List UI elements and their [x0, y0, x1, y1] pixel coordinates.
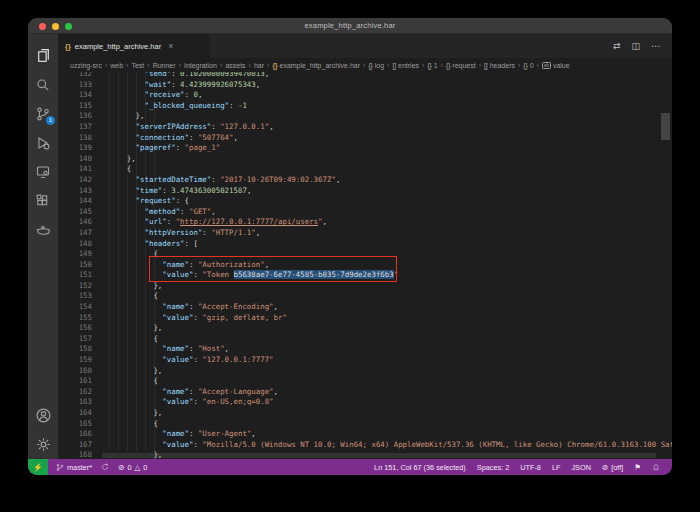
breadcrumb-item-uzzing-src[interactable]: uzzing-src — [70, 62, 102, 69]
code-line[interactable]: 165 { — [58, 419, 672, 430]
encoding-status[interactable]: UTF-8 — [520, 463, 541, 472]
close-window-button[interactable] — [39, 23, 46, 30]
line-number[interactable]: 145 — [58, 207, 92, 218]
code-line[interactable]: 156 }, — [58, 323, 672, 334]
code-line[interactable]: 166 "name": "User-Agent", — [58, 429, 672, 440]
activitybar-extensions-icon[interactable] — [31, 186, 55, 215]
line-number[interactable]: 138 — [58, 133, 92, 144]
minimize-window-button[interactable] — [52, 23, 59, 30]
cursor-position-status[interactable]: Ln 151, Col 67 (36 selected) — [374, 463, 466, 472]
line-number[interactable]: 153 — [58, 291, 92, 302]
line-number[interactable]: 137 — [58, 122, 92, 133]
code-line[interactable]: 153 { — [58, 291, 672, 302]
activitybar-remote-explorer-icon[interactable] — [31, 157, 55, 186]
line-number[interactable]: 150 — [58, 260, 92, 271]
code-line[interactable]: 140 }, — [58, 154, 672, 165]
line-number[interactable]: 165 — [58, 419, 92, 430]
language-mode-status[interactable]: JSON — [571, 463, 590, 472]
line-number[interactable]: 163 — [58, 397, 92, 408]
code-line[interactable]: 132 "send": 0.10200000939470013, — [58, 72, 672, 80]
breadcrumb-item-test[interactable]: Test — [131, 62, 144, 69]
code-line[interactable]: 145 "method": "GET", — [58, 207, 672, 218]
feedback-button[interactable]: ⚑ — [634, 463, 641, 472]
line-number[interactable]: 147 — [58, 228, 92, 239]
remote-indicator[interactable]: ⚡ — [28, 459, 48, 475]
open-changes-icon[interactable]: ⇄ — [613, 42, 621, 51]
breadcrumb-item-integration[interactable]: Integration — [184, 62, 217, 69]
code-line[interactable]: 161 { — [58, 376, 672, 387]
breadcrumb-item-web[interactable]: web — [110, 62, 123, 69]
code-line[interactable]: 150 "name": "Authorization", — [58, 260, 672, 271]
line-number[interactable]: 162 — [58, 387, 92, 398]
line-number[interactable]: 132 — [58, 72, 92, 80]
code-line[interactable]: 141 { — [58, 164, 672, 175]
line-number[interactable]: 133 — [58, 80, 92, 91]
line-number[interactable]: 167 — [58, 440, 92, 451]
activitybar-search-icon[interactable] — [31, 70, 55, 99]
code-line[interactable]: 142 "startedDateTime": "2017-10-26T09:49… — [58, 175, 672, 186]
code-line[interactable]: 143 "time": 3.474363005021587, — [58, 186, 672, 197]
eol-status[interactable]: LF — [552, 463, 561, 472]
sync-changes-button[interactable] — [101, 463, 109, 471]
line-number[interactable]: 148 — [58, 239, 92, 250]
line-number[interactable]: 168 — [58, 450, 92, 459]
horizontal-scrollbar[interactable] — [102, 453, 656, 458]
line-number[interactable]: 144 — [58, 196, 92, 207]
code-line[interactable]: 167 "value": "Mozilla/5.0 (Windows NT 10… — [58, 440, 672, 451]
line-number[interactable]: 157 — [58, 334, 92, 345]
line-number[interactable]: 135 — [58, 101, 92, 112]
code-line[interactable]: 136 }, — [58, 111, 672, 122]
line-number[interactable]: 139 — [58, 143, 92, 154]
tab-example-http-archive[interactable]: {} example_http_archive.har × — [58, 34, 210, 58]
breadcrumb-item-0[interactable]: {}0 — [523, 62, 533, 69]
line-number[interactable]: 136 — [58, 111, 92, 122]
line-number[interactable]: 159 — [58, 355, 92, 366]
line-number[interactable]: 156 — [58, 323, 92, 334]
activitybar-source-control-icon[interactable]: 1 — [31, 99, 55, 128]
breadcrumb-item-example-http-archive-har[interactable]: {}example_http_archive.har — [272, 62, 360, 69]
breadcrumb-item-request[interactable]: {}request — [446, 62, 476, 69]
code-line[interactable]: 138 "connection": "507764", — [58, 133, 672, 144]
code-line[interactable]: 148 "headers": [ — [58, 239, 672, 250]
breadcrumb-item-assets[interactable]: assets — [225, 62, 245, 69]
breadcrumb-item-har[interactable]: har — [254, 62, 264, 69]
code-line[interactable]: 151 "value": "Token b5638ae7-6e77-4585-b… — [58, 270, 672, 281]
code-line[interactable]: 146 "url": "http://127.0.0.1:7777/api/us… — [58, 217, 672, 228]
line-number[interactable]: 142 — [58, 175, 92, 186]
code-line[interactable]: 147 "httpVersion": "HTTP/1.1", — [58, 228, 672, 239]
activitybar-run-debug-icon[interactable] — [31, 128, 55, 157]
code-line[interactable]: 157 { — [58, 334, 672, 345]
line-number[interactable]: 164 — [58, 408, 92, 419]
breadcrumb-item-headers[interactable]: []headers — [484, 62, 515, 69]
code-line[interactable]: 160 }, — [58, 366, 672, 377]
screencast-status[interactable]: ⊘ [off] — [602, 463, 623, 472]
activitybar-explorer-icon[interactable] — [31, 41, 55, 70]
line-number[interactable]: 146 — [58, 217, 92, 228]
line-number[interactable]: 160 — [58, 366, 92, 377]
line-number[interactable]: 149 — [58, 249, 92, 260]
code-line[interactable]: 154 "name": "Accept-Encoding", — [58, 302, 672, 313]
line-number[interactable]: 161 — [58, 376, 92, 387]
line-number[interactable]: 143 — [58, 186, 92, 197]
notifications-button[interactable] — [652, 463, 660, 472]
code-line[interactable]: 144 "request": { — [58, 196, 672, 207]
code-line[interactable]: 137 "serverIPAddress": "127.0.0.1", — [58, 122, 672, 133]
code-line[interactable]: 162 "name": "Accept-Language", — [58, 387, 672, 398]
breadcrumb-item-runner[interactable]: Runner — [153, 62, 176, 69]
code-line[interactable]: 155 "value": "gzip, deflate, br" — [58, 313, 672, 324]
zoom-window-button[interactable] — [65, 23, 72, 30]
line-number[interactable]: 140 — [58, 154, 92, 165]
line-number[interactable]: 158 — [58, 344, 92, 355]
line-number[interactable]: 141 — [58, 164, 92, 175]
code-line[interactable]: 134 "receive": 0, — [58, 90, 672, 101]
git-branch-status[interactable]: master* — [56, 463, 92, 472]
code-line[interactable]: 158 "name": "Host", — [58, 344, 672, 355]
activitybar-accounts-icon[interactable] — [31, 401, 55, 430]
code-line[interactable]: 164 }, — [58, 408, 672, 419]
code-line[interactable]: 159 "value": "127.0.0.1:7777" — [58, 355, 672, 366]
code-line[interactable]: 133 "wait": 4.423999926075343, — [58, 80, 672, 91]
line-number[interactable]: 151 — [58, 270, 92, 281]
activitybar-docker-icon[interactable] — [31, 215, 55, 244]
line-number[interactable]: 155 — [58, 313, 92, 324]
breadcrumb-item-entries[interactable]: []entries — [392, 62, 419, 69]
